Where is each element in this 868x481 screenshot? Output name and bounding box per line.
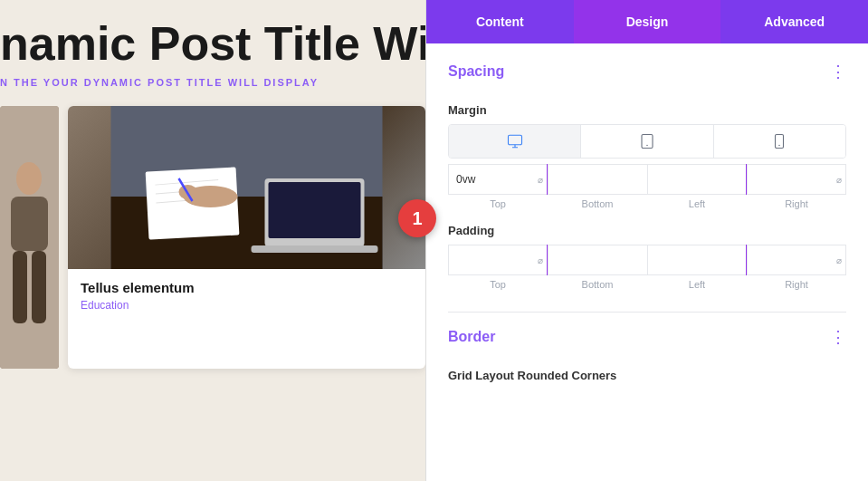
left-preview-panel: namic Post Title Will N THE YOUR DYNAMIC… xyxy=(0,0,425,481)
tabs-bar: Content Design Advanced xyxy=(426,0,868,43)
svg-rect-4 xyxy=(32,251,46,323)
padding-left-cell xyxy=(647,245,746,275)
margin-top-label: Top xyxy=(448,198,548,209)
margin-top-cell: ⌀ xyxy=(448,164,547,195)
margin-right-label: Right xyxy=(747,198,846,209)
padding-top-input[interactable] xyxy=(449,245,547,274)
border-subtitle: Grid Layout Rounded Corners xyxy=(448,369,846,382)
right-settings-panel: Content Design Advanced Spacing ⋮ Margin xyxy=(425,0,868,481)
panel-content: Spacing ⋮ Margin xyxy=(426,43,868,481)
margin-labels-row: Top Bottom Left Right xyxy=(448,198,846,209)
svg-rect-17 xyxy=(508,135,521,145)
svg-point-21 xyxy=(646,145,648,147)
margin-top-input[interactable] xyxy=(449,165,547,194)
padding-labels-row: Top Bottom Left Right xyxy=(448,279,846,290)
margin-right-cell: ⌀ xyxy=(747,164,846,195)
padding-top-link-icon[interactable]: ⌀ xyxy=(538,255,543,265)
padding-input-row: ⌀ ⌀ xyxy=(448,245,846,275)
padding-left-input[interactable] xyxy=(648,245,746,274)
padding-right-cell: ⌀ xyxy=(747,245,846,275)
mobile-icon xyxy=(771,133,787,149)
card-title: Tellus elementum xyxy=(81,280,413,295)
padding-right-input[interactable] xyxy=(748,245,845,274)
margin-label: Margin xyxy=(448,103,846,117)
margin-bottom-cell xyxy=(548,164,646,195)
spacing-more-icon[interactable]: ⋮ xyxy=(830,62,846,82)
spacing-title: Spacing xyxy=(448,63,504,80)
mobile-button[interactable] xyxy=(714,125,845,158)
desktop-button[interactable] xyxy=(449,125,581,158)
post-title: namic Post Title Will xyxy=(0,0,425,70)
margin-left-cell xyxy=(647,164,746,195)
margin-left-input[interactable] xyxy=(648,165,746,194)
border-more-icon[interactable]: ⋮ xyxy=(830,327,846,347)
main-article-card: Tellus elementum Education xyxy=(68,106,425,369)
spacing-header: Spacing ⋮ xyxy=(448,62,846,89)
tablet-icon xyxy=(639,133,655,149)
card-category: Education xyxy=(81,299,413,312)
margin-right-link-icon[interactable]: ⌀ xyxy=(836,175,842,185)
border-section: Border ⋮ Grid Layout Rounded Corners xyxy=(448,327,846,382)
padding-right-link-icon[interactable]: ⌀ xyxy=(836,255,842,265)
left-person-image xyxy=(0,106,59,369)
card-body: Tellus elementum Education xyxy=(68,269,425,322)
svg-rect-16 xyxy=(252,245,378,253)
post-subtitle: N THE YOUR DYNAMIC POST TITLE WILL DISPL… xyxy=(0,77,425,88)
spacing-section: Spacing ⋮ Margin xyxy=(448,62,846,290)
padding-bottom-input[interactable] xyxy=(548,245,646,274)
svg-rect-3 xyxy=(13,251,27,323)
margin-group: Margin xyxy=(448,103,846,209)
section-divider xyxy=(448,312,846,313)
border-header: Border ⋮ xyxy=(448,327,846,354)
padding-bottom-label: Bottom xyxy=(548,279,647,290)
svg-point-23 xyxy=(779,145,781,147)
margin-right-input[interactable] xyxy=(748,165,845,194)
margin-device-row xyxy=(448,124,846,159)
margin-left-label: Left xyxy=(647,198,747,209)
tab-design[interactable]: Design xyxy=(574,0,721,43)
tab-content[interactable]: Content xyxy=(426,0,574,43)
border-title: Border xyxy=(448,329,495,345)
padding-label: Padding xyxy=(448,224,846,237)
padding-bottom-cell xyxy=(548,245,646,275)
svg-point-1 xyxy=(16,162,42,195)
margin-top-link-icon[interactable]: ⌀ xyxy=(538,175,543,185)
padding-group: Padding ⌀ xyxy=(448,224,846,290)
margin-input-row: ⌀ ⌀ xyxy=(448,164,846,195)
person-image-bg xyxy=(0,106,59,369)
margin-bottom-label: Bottom xyxy=(548,198,647,209)
padding-top-label: Top xyxy=(448,279,548,290)
svg-rect-15 xyxy=(269,182,361,238)
padding-left-label: Left xyxy=(647,279,747,290)
content-area: Tellus elementum Education xyxy=(0,106,425,369)
tablet-button[interactable] xyxy=(581,125,713,158)
desktop-icon xyxy=(507,133,523,149)
margin-bottom-input[interactable] xyxy=(548,165,646,194)
badge-number: 1 xyxy=(398,199,436,237)
padding-right-label: Right xyxy=(747,279,846,290)
tab-advanced[interactable]: Advanced xyxy=(720,0,868,43)
padding-top-cell: ⌀ xyxy=(448,245,547,275)
svg-rect-2 xyxy=(11,197,48,251)
card-image xyxy=(68,106,425,269)
